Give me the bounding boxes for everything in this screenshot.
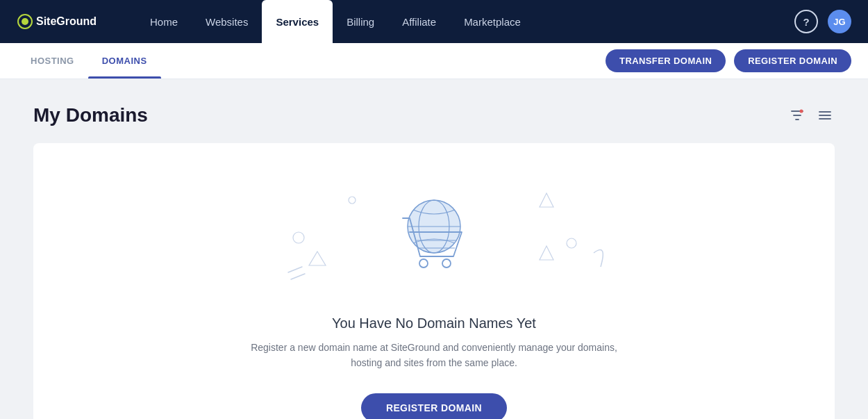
nav-item-home[interactable]: Home	[136, 0, 192, 43]
nav-item-billing[interactable]: Billing	[333, 0, 388, 43]
help-button[interactable]: ?	[794, 10, 818, 33]
svg-point-3	[800, 110, 803, 113]
sub-nav-links: HOSTING DOMAINS	[17, 43, 606, 79]
nav-right: ? JG	[794, 10, 851, 33]
svg-point-20	[442, 259, 451, 268]
illustration	[233, 176, 635, 302]
sub-navigation: HOSTING DOMAINS TRANSFER DOMAIN REGISTER…	[0, 43, 868, 79]
svg-marker-11	[540, 193, 553, 207]
register-domain-button-sub[interactable]: REGISTER DOMAIN	[734, 49, 851, 72]
svg-text:SiteGround: SiteGround	[36, 15, 97, 27]
avatar[interactable]: JG	[828, 10, 851, 33]
svg-point-9	[567, 238, 576, 248]
svg-point-1	[22, 18, 28, 25]
subnav-domains[interactable]: DOMAINS	[88, 43, 161, 79]
top-navigation: SiteGround Home Websites Services Billin…	[0, 0, 868, 43]
svg-marker-12	[540, 246, 553, 260]
list-icon[interactable]	[815, 106, 835, 125]
page-header: My Domains	[33, 104, 835, 126]
svg-point-8	[349, 197, 356, 204]
page-title: My Domains	[33, 104, 148, 126]
header-icons	[787, 106, 835, 125]
nav-item-services[interactable]: Services	[262, 0, 333, 43]
empty-state-description: Register a new domain name at SiteGround…	[240, 340, 628, 371]
subnav-hosting[interactable]: HOSTING	[17, 43, 88, 79]
svg-point-19	[419, 259, 428, 268]
nav-item-websites[interactable]: Websites	[192, 0, 262, 43]
svg-point-7	[293, 232, 304, 243]
main-content: My Domains	[0, 79, 868, 419]
sub-nav-buttons: TRANSFER DOMAIN REGISTER DOMAIN	[606, 49, 851, 72]
nav-item-affiliate[interactable]: Affiliate	[388, 0, 450, 43]
logo[interactable]: SiteGround	[17, 9, 114, 34]
empty-state-card: You Have No Domain Names Yet Register a …	[33, 143, 835, 419]
svg-line-13	[288, 267, 302, 272]
empty-state-title: You Have No Domain Names Yet	[332, 315, 536, 331]
nav-item-marketplace[interactable]: Marketplace	[450, 0, 535, 43]
transfer-domain-button[interactable]: TRANSFER DOMAIN	[606, 49, 726, 72]
svg-marker-10	[309, 252, 326, 265]
register-domain-cta-button[interactable]: REGISTER DOMAIN	[361, 393, 507, 419]
nav-links: Home Websites Services Billing Affiliate…	[136, 0, 794, 43]
filter-icon[interactable]	[787, 106, 807, 125]
svg-line-14	[291, 274, 305, 279]
